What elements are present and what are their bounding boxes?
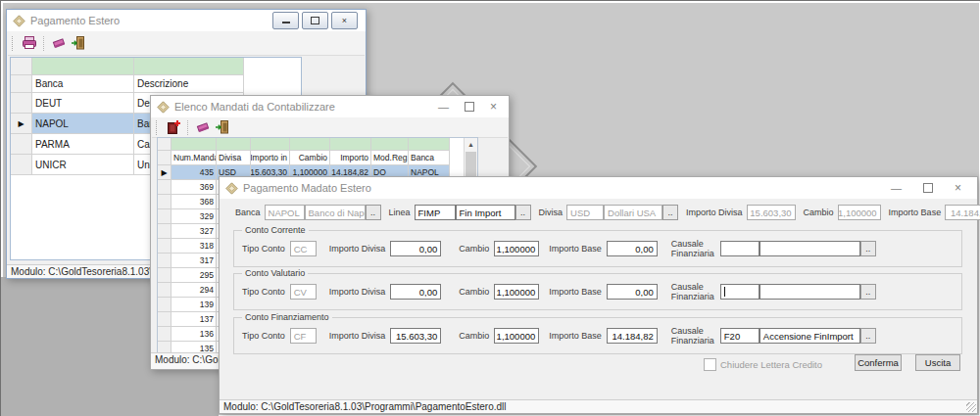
divisa-lookup-button[interactable]: .. — [662, 205, 678, 220]
maximize-button[interactable] — [465, 102, 474, 112]
grid-header-row: Num.Mandat+ Divisa Importo in Cambio Imp… — [158, 151, 477, 165]
column-header-importo-in[interactable]: Importo in — [251, 151, 290, 165]
toolbar-grip — [12, 36, 16, 51]
causale-finanziaria-label: Causale Finanziaria — [671, 326, 714, 346]
chiudere-lettera-credito-checkbox[interactable]: Chiudere Lettera Credito — [704, 358, 822, 371]
importo-divisa-field[interactable]: 15.603,30 — [390, 328, 441, 344]
divisa-desc-field: Dollari USA — [604, 205, 662, 220]
column-header-descrizione[interactable]: Descrizione — [134, 75, 244, 93]
titlebar: Elenco Mandati da Contabilizzare — × — [151, 96, 509, 117]
causale-code-field[interactable]: F20 — [720, 328, 760, 344]
causale-finanziaria-label: Causale Finanziaria — [671, 239, 714, 258]
app-diamond-icon — [13, 15, 25, 27]
post-button[interactable] — [164, 117, 183, 137]
toolbar-separator — [43, 36, 45, 51]
divisa-code-field: USD — [566, 205, 604, 220]
importo-base-field[interactable]: 0,00 — [607, 241, 658, 256]
minimize-button[interactable] — [272, 12, 299, 29]
importo-divisa-field[interactable]: 0,00 — [390, 284, 441, 300]
tipo-conto-label: Tipo Conto — [242, 287, 285, 297]
uscita-button[interactable]: Uscita — [915, 354, 960, 371]
cambio-field[interactable]: 1,100000 — [494, 241, 539, 256]
cambio-field[interactable]: 1,100000 — [494, 284, 539, 300]
toolbar — [152, 117, 508, 138]
maximize-icon — [311, 17, 319, 24]
ledger-add-icon — [166, 119, 181, 135]
close-icon: × — [342, 16, 347, 25]
maximize-button[interactable] — [923, 183, 933, 193]
banca-desc-field: Banco di Napoli — [305, 205, 366, 220]
importo-base-field[interactable]: 0,00 — [607, 284, 658, 300]
grid-filter-row — [11, 58, 301, 75]
current-row-arrow-icon: ▶ — [161, 168, 167, 177]
causale-finanziaria-label: Causale Finanziaria — [671, 282, 714, 301]
exit-icon — [71, 35, 86, 51]
causale-lookup-button[interactable]: .. — [860, 284, 876, 300]
scroll-up-icon[interactable]: ▲ — [465, 138, 477, 151]
linea-lookup-button[interactable]: .. — [515, 205, 531, 220]
linea-desc-field[interactable]: Fin Import — [456, 205, 515, 220]
column-header-banca[interactable]: Banca — [409, 151, 450, 165]
tipo-conto-label: Tipo Conto — [242, 244, 285, 254]
exit-button[interactable] — [213, 117, 232, 137]
checkbox-label: Chiudere Lettera Credito — [720, 359, 822, 370]
cambio-label: Cambio — [459, 287, 489, 297]
toolbar — [8, 31, 365, 56]
titlebar: Pagamento Estero × — [7, 10, 366, 31]
cambio-label: Cambio — [804, 208, 834, 217]
close-button[interactable]: × — [955, 183, 961, 194]
window-title: Pagamento Madato Estero — [243, 182, 371, 194]
group-conto-valutario: Conto Valutario Tipo Conto CV Importo Di… — [233, 273, 962, 310]
minimize-button[interactable]: — — [438, 102, 449, 113]
importo-divisa-label: Importo Divisa — [329, 331, 386, 341]
banca-lookup-button[interactable]: .. — [366, 205, 381, 220]
column-header-num-mandati[interactable]: Num.Mandat+ — [172, 151, 217, 165]
resize-grip[interactable] — [966, 402, 976, 412]
cambio-label: Cambio — [459, 244, 489, 254]
causale-lookup-button[interactable]: .. — [860, 241, 876, 256]
cambio-field: 1,100000 — [838, 205, 881, 220]
tipo-conto-field: CV — [290, 284, 317, 300]
window-pagamento-mandato-estero: Pagamento Madato Estero — × Banca NAPOL … — [219, 176, 978, 414]
causale-desc-field[interactable] — [760, 284, 860, 300]
importo-divisa-label: Importo Divisa — [686, 208, 743, 217]
causale-desc-field[interactable] — [760, 241, 860, 256]
toolbar-grip — [156, 120, 160, 135]
banca-label: Banca — [235, 208, 261, 217]
close-button[interactable]: × — [331, 12, 358, 29]
close-button[interactable]: × — [490, 102, 497, 113]
column-header-banca[interactable]: Banca — [32, 75, 134, 93]
grid-header-row: Banca Descrizione — [11, 75, 301, 93]
cambio-field[interactable]: 1,100000 — [494, 328, 539, 344]
clear-icon — [51, 35, 67, 51]
print-button[interactable] — [20, 33, 39, 53]
importo-base-label: Importo Base — [549, 331, 602, 341]
column-header-importo[interactable]: Importo — [330, 151, 371, 165]
maximize-button[interactable] — [302, 12, 328, 29]
column-header-mod-reg[interactable]: Mod.Reg. — [371, 151, 409, 165]
clear-button[interactable] — [49, 33, 69, 53]
importo-base-label: Importo Base — [549, 244, 602, 254]
titlebar: Pagamento Madato Estero — × — [220, 177, 977, 199]
column-header-divisa[interactable]: Divisa — [217, 151, 251, 165]
importo-divisa-field[interactable]: 0,00 — [390, 241, 441, 256]
tipo-conto-label: Tipo Conto — [242, 331, 285, 341]
scrollbar-thumb[interactable] — [466, 152, 476, 177]
clear-button[interactable] — [193, 117, 213, 137]
conferma-button[interactable]: Conferma — [855, 354, 902, 371]
group-conto-finanziamento: Conto Finanziamento Tipo Conto CF Import… — [233, 317, 962, 354]
linea-label: Linea — [389, 208, 411, 217]
causale-code-field[interactable] — [720, 241, 760, 256]
exit-button[interactable] — [69, 33, 88, 53]
causale-lookup-button[interactable]: .. — [860, 328, 876, 344]
causale-code-field-focused[interactable] — [720, 284, 760, 300]
minimize-button[interactable]: — — [891, 183, 902, 194]
group-conto-corrente: Conto Corrente Tipo Conto CC Importo Div… — [233, 230, 962, 267]
column-header-cambio[interactable]: Cambio — [290, 151, 330, 165]
importo-base-field[interactable]: 14.184,82 — [607, 328, 658, 344]
causale-desc-field[interactable]: Accensione FinImport — [760, 328, 860, 344]
print-icon — [22, 35, 37, 51]
header-fields-row: Banca NAPOL Banco di Napoli .. Linea FIM… — [235, 205, 971, 220]
grid-filter-row — [158, 138, 477, 151]
linea-code-field[interactable]: FIMP — [415, 205, 456, 220]
